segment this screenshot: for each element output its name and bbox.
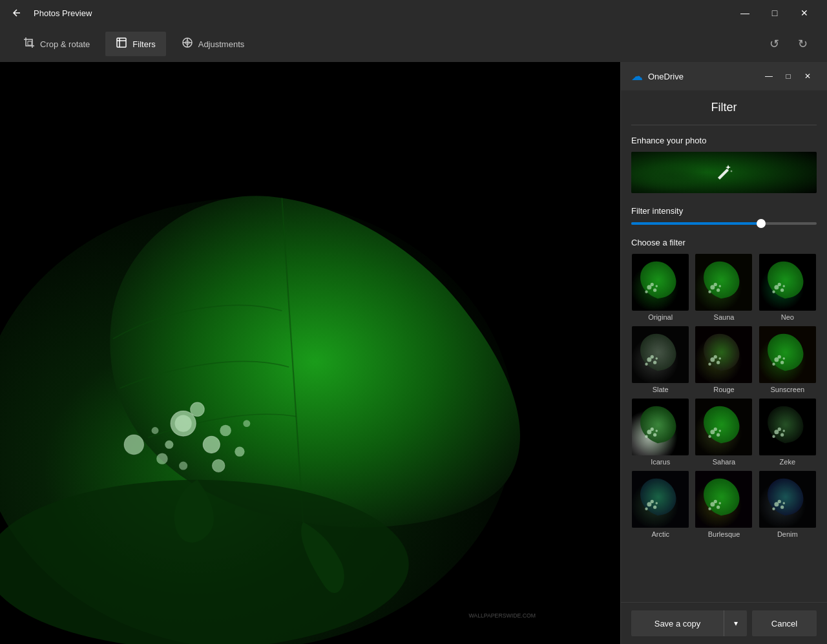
filter-zeke[interactable]: Zeke — [759, 399, 817, 466]
filter-intensity-title: Filter intensity — [631, 206, 817, 216]
onedrive-maximize[interactable]: □ — [779, 67, 797, 85]
crop-icon — [23, 37, 35, 51]
filters-label: Filters — [132, 39, 155, 49]
crop-rotate-button[interactable]: Crop & rotate — [13, 32, 100, 56]
filter-icarus[interactable]: Icarus — [631, 399, 689, 466]
svg-point-47 — [772, 363, 775, 366]
filter-neo[interactable]: Neo — [759, 254, 817, 321]
filter-label-sauna: Sauna — [714, 313, 735, 321]
filter-sauna[interactable]: Sauna — [695, 254, 753, 321]
svg-point-53 — [651, 428, 654, 431]
svg-point-48 — [777, 355, 780, 358]
svg-point-49 — [782, 357, 785, 360]
onedrive-minimize[interactable]: — — [760, 67, 778, 85]
svg-point-68 — [651, 500, 654, 503]
filter-leaf-sunscreen — [762, 331, 808, 377]
svg-point-64 — [782, 430, 785, 432]
svg-point-12 — [152, 427, 159, 434]
filter-sunscreen[interactable]: Sunscreen — [759, 326, 817, 393]
save-copy-label: Save a copy — [631, 619, 724, 628]
right-panel: ☁ OneDrive — □ ✕ Filter Enhance your pho… — [620, 62, 827, 644]
svg-point-14 — [179, 462, 187, 470]
close-button[interactable]: ✕ — [790, 0, 819, 26]
title-bar: Photos Preview — □ ✕ — [0, 0, 827, 26]
filter-intensity-track[interactable] — [631, 222, 817, 225]
svg-point-10 — [191, 402, 205, 417]
svg-rect-0 — [117, 38, 126, 47]
svg-point-26 — [717, 289, 720, 292]
svg-point-8 — [220, 425, 231, 436]
svg-point-56 — [717, 433, 720, 437]
filter-thumb-sahara — [695, 399, 752, 455]
maximize-button[interactable]: □ — [760, 0, 790, 26]
filter-label-zeke: Zeke — [780, 458, 795, 466]
filter-denim[interactable]: Denim — [759, 471, 817, 538]
filter-thumb-original — [632, 254, 689, 311]
svg-point-69 — [656, 502, 658, 504]
svg-point-33 — [777, 283, 780, 286]
svg-point-15 — [243, 420, 250, 427]
filter-thumb-rouge — [695, 326, 752, 383]
filter-thumb-denim — [759, 471, 816, 528]
svg-point-57 — [709, 435, 711, 438]
back-button[interactable] — [8, 4, 26, 22]
cancel-button[interactable]: Cancel — [752, 610, 817, 636]
filter-label-rouge: Rouge — [713, 386, 734, 393]
app-title: Photos Preview — [34, 8, 92, 18]
svg-point-79 — [782, 502, 785, 504]
filter-slate[interactable]: Slate — [631, 326, 689, 393]
svg-point-72 — [709, 508, 711, 510]
choose-filter-title: Choose a filter — [631, 238, 817, 247]
svg-point-38 — [651, 355, 654, 358]
svg-point-52 — [645, 435, 647, 438]
save-copy-button[interactable]: Save a copy ▾ — [631, 610, 747, 636]
filter-label-denim: Denim — [777, 530, 798, 538]
undo-button[interactable]: ↺ — [762, 32, 786, 56]
filters-button[interactable]: Filters — [105, 32, 165, 56]
svg-point-67 — [645, 508, 647, 510]
svg-point-27 — [709, 291, 711, 293]
wand-icon — [715, 163, 733, 182]
filter-burlesque[interactable]: Burlesque — [695, 471, 753, 538]
adjustments-button[interactable]: Adjustments — [171, 32, 255, 56]
svg-point-20 — [647, 285, 652, 289]
filter-leaf-slate — [635, 331, 680, 377]
onedrive-bar: ☁ OneDrive — □ ✕ — [621, 62, 827, 90]
svg-point-75 — [774, 502, 779, 506]
onedrive-close[interactable]: ✕ — [799, 67, 817, 85]
svg-point-31 — [780, 289, 784, 292]
svg-point-24 — [656, 285, 658, 287]
filter-label-slate: Slate — [653, 386, 669, 393]
slider-thumb[interactable] — [757, 219, 766, 228]
filters-icon — [116, 37, 127, 51]
svg-point-62 — [772, 435, 775, 438]
enhance-button[interactable] — [631, 152, 817, 193]
filter-leaf-sauna — [698, 259, 744, 304]
filter-leaf-icarus — [635, 404, 680, 449]
svg-point-35 — [647, 357, 652, 362]
redo-button[interactable]: ↻ — [791, 32, 814, 56]
svg-point-45 — [774, 357, 779, 362]
svg-point-23 — [651, 283, 654, 286]
svg-point-34 — [782, 285, 785, 287]
svg-point-22 — [645, 291, 647, 293]
svg-point-77 — [772, 508, 775, 510]
filter-label-icarus: Icarus — [651, 458, 670, 466]
adjustments-label: Adjustments — [198, 39, 245, 49]
filter-sahara[interactable]: Sahara — [695, 399, 753, 466]
filter-original[interactable]: Original — [631, 254, 689, 321]
svg-point-39 — [656, 357, 658, 360]
filter-leaf-zeke — [762, 404, 808, 449]
enhance-section-title: Enhance your photo — [631, 136, 817, 145]
filter-thumb-icarus — [632, 399, 689, 455]
minimize-button[interactable]: — — [730, 0, 760, 26]
svg-point-55 — [711, 430, 715, 434]
onedrive-icon: ☁ — [631, 69, 643, 83]
onedrive-window-controls: — □ ✕ — [760, 67, 817, 85]
filter-rouge[interactable]: Rouge — [695, 326, 753, 393]
save-copy-arrow[interactable]: ▾ — [724, 610, 747, 636]
panel-title: Filter — [631, 101, 817, 114]
filter-arctic[interactable]: Arctic — [631, 471, 689, 538]
svg-point-78 — [777, 500, 780, 503]
svg-point-54 — [656, 430, 658, 432]
